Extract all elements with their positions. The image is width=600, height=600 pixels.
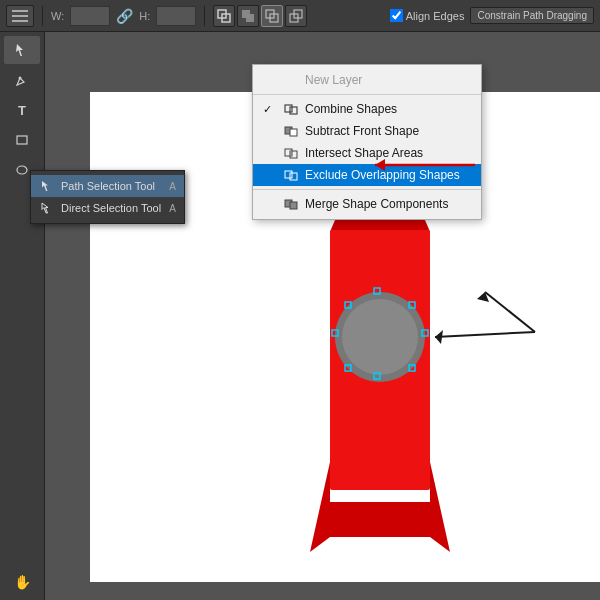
svg-rect-26 [330,490,430,504]
svg-rect-44 [290,202,297,209]
svg-rect-40 [290,151,292,156]
intersect-icon [283,146,299,160]
direct-selection-icon [39,200,55,216]
align-edges-label[interactable]: Align Edges [390,9,465,22]
tool-selection-popup: Path Selection Tool A Direct Selection T… [30,170,185,224]
path-selection-tool-btn[interactable] [4,36,40,64]
w-input[interactable] [70,6,110,26]
svg-rect-1 [12,15,28,17]
shape-mode-btn-4[interactable] [285,5,307,27]
combine-shapes-icon [283,102,299,116]
type-tool-btn[interactable]: T [4,96,40,124]
menu-item-subtract-front[interactable]: Subtract Front Shape [253,120,481,142]
menu-separator-1 [253,94,481,95]
w-label: W: [51,10,64,22]
new-layer-icon [283,73,299,87]
direct-selection-tool-item[interactable]: Direct Selection Tool A [31,197,184,219]
svg-rect-27 [330,502,430,537]
toolbar-right: Align Edges Constrain Path Dragging [390,7,594,24]
link-icon[interactable]: 🔗 [116,8,133,24]
subtract-front-icon [283,124,299,138]
shape-mode-btn-2[interactable] [237,5,259,27]
svg-rect-2 [12,20,28,22]
path-selection-icon [39,178,55,194]
svg-point-11 [19,77,22,80]
svg-rect-6 [246,14,254,22]
h-input[interactable] [156,6,196,26]
top-toolbar: W: 🔗 H: Align Edges Constrain [0,0,600,32]
menu-item-combine-shapes[interactable]: ✓ Combine Shapes [253,98,481,120]
separator-1 [42,6,43,26]
pen-tool-btn[interactable] [4,66,40,94]
constrain-path-btn[interactable]: Constrain Path Dragging [470,7,594,24]
svg-rect-34 [285,105,292,112]
h-label: H: [139,10,150,22]
align-edges-checkbox[interactable] [390,9,403,22]
menu-separator-2 [253,189,481,190]
svg-rect-37 [290,129,297,136]
merge-components-icon [283,197,299,211]
shape-mode-btn-1[interactable] [213,5,235,27]
left-tool-panel: T ✋ [0,32,45,600]
exclude-overlapping-icon [283,168,299,182]
separator-2 [204,6,205,26]
shape-mode-btn-3[interactable] [261,5,283,27]
svg-rect-42 [290,173,297,180]
canvas-area: T ✋ [0,32,600,600]
svg-rect-12 [17,136,27,144]
svg-point-17 [342,299,418,375]
shape-mode-dropdown: New Layer ✓ Combine Shapes Su [252,64,482,220]
rect-tool-btn[interactable] [4,126,40,154]
svg-marker-46 [375,159,385,171]
svg-point-13 [17,166,27,174]
svg-rect-0 [12,10,28,12]
svg-rect-41 [285,171,292,178]
hand-tool-btn[interactable]: ✋ [4,568,40,596]
path-selection-tool-item[interactable]: Path Selection Tool A [31,175,184,197]
arrow-to-exclude-option [365,150,485,183]
menu-item-merge-components[interactable]: Merge Shape Components [253,193,481,215]
menu-item-new-layer[interactable]: New Layer [253,69,481,91]
toolbar-menu-btn[interactable] [6,5,34,27]
svg-rect-35 [290,107,297,114]
